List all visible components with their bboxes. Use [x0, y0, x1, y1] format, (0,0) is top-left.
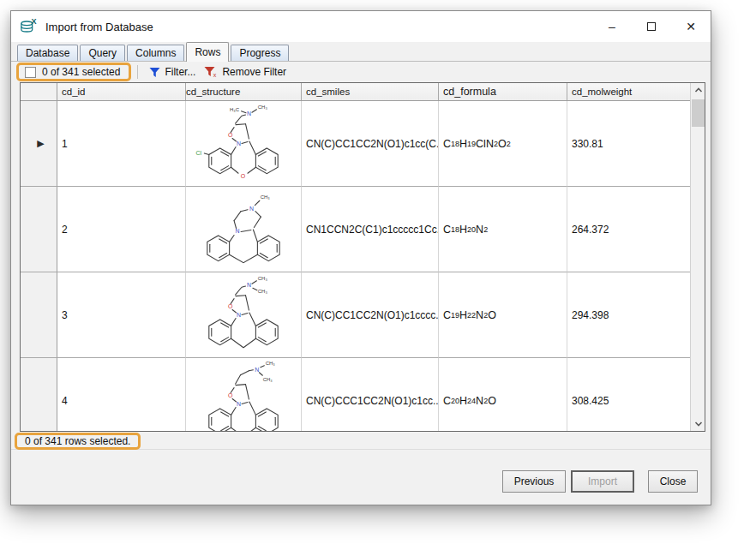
cell-cd-smiles[interactable]: CN(C)CCC1CC2N(O1)c1cc... [302, 358, 439, 431]
select-all-checkbox[interactable] [25, 67, 36, 78]
row-selector-cell[interactable]: ▶ [21, 101, 57, 187]
row-selector-cell[interactable] [21, 187, 57, 272]
svg-text:O: O [228, 392, 233, 398]
vertical-scrollbar[interactable] [690, 83, 705, 431]
column-header-cd-formula[interactable]: cd_formula [439, 83, 567, 100]
cell-cd-smiles[interactable]: CN(C)CC1CC2N(O1)c1cccc... [302, 272, 439, 358]
tab-progress[interactable]: Progress [231, 45, 289, 61]
cell-cd-structure[interactable]: N O N CH₃ CH₃ [186, 272, 302, 358]
cell-cd-structure[interactable]: N O N CH₃ CH₃ [186, 358, 302, 431]
tab-columns[interactable]: Columns [127, 45, 184, 61]
structure-image: N O N CH₃ CH₃ [186, 360, 301, 432]
grid-header-row: cd_id cd_structure cd_smiles cd_formula … [21, 83, 690, 101]
scrollbar-thumb[interactable] [692, 99, 705, 127]
svg-text:X: X [31, 18, 36, 26]
cell-cd-formula[interactable]: C18H20N2 [439, 187, 567, 272]
column-header-cd-id[interactable]: cd_id [57, 83, 186, 100]
table-row[interactable]: 4 [21, 358, 690, 431]
cell-cd-molweight[interactable]: 294.398 [567, 272, 690, 358]
svg-text:CH₃: CH₃ [258, 105, 268, 110]
database-app-icon: X [20, 18, 39, 35]
tab-database[interactable]: Database [17, 45, 78, 61]
rows-toolbar: 0 of 341 selected Filter... x Remove Fil… [11, 62, 711, 82]
table-row[interactable]: 2 [21, 187, 690, 272]
column-header-cd-smiles[interactable]: cd_smiles [302, 83, 439, 100]
tab-rows[interactable]: Rows [186, 42, 229, 62]
window-controls: – ✕ [592, 11, 711, 42]
chevron-down-icon [694, 421, 703, 427]
results-grid: cd_id cd_structure cd_smiles cd_formula … [20, 82, 705, 432]
maximize-icon [647, 22, 656, 31]
rows-selected-status: 0 of 341 rows selected. [25, 435, 130, 447]
selection-count-label: 0 of 341 selected [42, 66, 120, 78]
cell-cd-structure[interactable]: N N CH₃ [186, 187, 302, 272]
svg-text:N: N [237, 312, 241, 318]
svg-text:O: O [228, 132, 233, 138]
svg-text:H₃C: H₃C [230, 107, 240, 112]
table-row[interactable]: ▶ 1 [21, 101, 690, 187]
table-row[interactable]: 3 [21, 272, 690, 358]
svg-text:N: N [247, 111, 251, 117]
svg-text:Cl: Cl [196, 150, 202, 156]
cell-cd-id[interactable]: 4 [57, 358, 186, 431]
svg-text:CH₃: CH₃ [258, 289, 268, 294]
remove-filter-button[interactable]: x Remove Filter [200, 64, 291, 80]
structure-image: N N CH₃ [186, 188, 301, 271]
svg-text:N: N [247, 282, 251, 288]
cell-cd-formula[interactable]: C20H24N2O [439, 358, 567, 431]
close-button[interactable]: ✕ [671, 11, 711, 42]
svg-text:N: N [237, 140, 241, 146]
toolbar-separator [137, 65, 138, 79]
maximize-button[interactable] [632, 11, 671, 42]
cell-cd-id[interactable]: 2 [57, 187, 186, 272]
chevron-up-icon [694, 87, 703, 93]
svg-text:N: N [255, 366, 259, 372]
status-highlight-box: 0 of 341 rows selected. [15, 433, 141, 450]
cell-cd-id[interactable]: 1 [57, 101, 186, 187]
filter-button[interactable]: Filter... [145, 64, 200, 80]
grid-body: cd_id cd_structure cd_smiles cd_formula … [21, 83, 690, 431]
row-selector-header[interactable] [21, 83, 57, 100]
selection-highlight-box: 0 of 341 selected [16, 63, 131, 81]
cell-cd-formula[interactable]: C19H22N2O [439, 272, 567, 358]
status-bar: 0 of 341 rows selected. [11, 433, 711, 450]
svg-text:N: N [249, 206, 254, 212]
tab-query[interactable]: Query [80, 45, 125, 61]
svg-text:O: O [241, 172, 246, 178]
row-selector-cell[interactable] [21, 358, 57, 431]
title-bar: X Import from Database – ✕ [11, 11, 711, 42]
cell-cd-formula[interactable]: C18H19ClN2O2 [439, 101, 567, 187]
row-selector-cell[interactable] [21, 272, 57, 358]
cell-cd-id[interactable]: 3 [57, 272, 186, 358]
svg-text:CH₃: CH₃ [258, 276, 268, 281]
close-dialog-button[interactable]: Close [648, 470, 698, 493]
svg-text:N: N [236, 228, 240, 234]
svg-text:x: x [213, 72, 217, 78]
scroll-down-button[interactable] [691, 416, 705, 431]
window-title: Import from Database [45, 21, 153, 33]
minimize-icon: – [609, 20, 615, 33]
svg-text:N: N [237, 401, 241, 407]
cell-cd-molweight[interactable]: 264.372 [567, 187, 690, 272]
current-row-indicator-icon: ▶ [37, 138, 44, 149]
column-header-cd-structure[interactable]: cd_structure [186, 83, 302, 100]
svg-text:CH₃: CH₃ [266, 361, 276, 366]
import-from-database-dialog: X Import from Database – ✕ Database Quer… [10, 10, 711, 505]
close-icon: ✕ [686, 20, 696, 33]
scroll-up-button[interactable] [691, 83, 705, 98]
svg-text:CH₃: CH₃ [263, 377, 273, 382]
remove-filter-icon: x [204, 66, 218, 78]
filter-funnel-icon [149, 67, 160, 78]
tab-strip: Database Query Columns Rows Progress [11, 42, 711, 62]
import-button[interactable]: Import [571, 470, 634, 493]
cell-cd-smiles[interactable]: CN1CCN2C(C1)c1ccccc1Cc... [302, 187, 439, 272]
cell-cd-structure[interactable]: N O N CH₃ H₃C Cl O [186, 101, 302, 187]
structure-image: N O N CH₃ CH₃ [186, 274, 301, 356]
structure-image: N O N CH₃ H₃C Cl O [186, 103, 301, 185]
previous-button[interactable]: Previous [502, 470, 566, 493]
cell-cd-molweight[interactable]: 330.81 [567, 101, 690, 187]
cell-cd-molweight[interactable]: 308.425 [567, 358, 690, 431]
cell-cd-smiles[interactable]: CN(C)CC1CC2N(O1)c1cc(C... [302, 101, 439, 187]
minimize-button[interactable]: – [592, 11, 632, 42]
column-header-cd-molweight[interactable]: cd_molweight [567, 83, 690, 100]
